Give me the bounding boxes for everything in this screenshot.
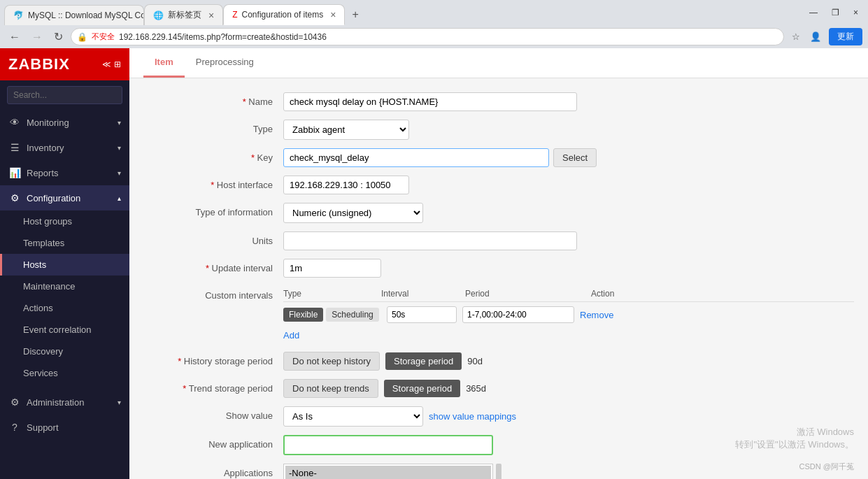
sidebar-item-maintenance[interactable]: Maintenance [0, 276, 129, 297]
sidebar-item-support[interactable]: ? Support [0, 415, 129, 440]
trend-storage-btn[interactable]: Storage period [384, 380, 460, 397]
trend-storage-control: Do not keep trends Storage period 365d [283, 379, 854, 398]
show-value-select[interactable]: As Is [283, 406, 423, 427]
config-label: Configuration [27, 193, 112, 203]
history-storage-value: 90d [467, 356, 483, 366]
sidebar-item-administration[interactable]: ⚙ Administration ▾ [0, 389, 129, 415]
update-interval-input[interactable] [283, 259, 381, 278]
key-control: Select [283, 148, 854, 167]
admin-icon: ⚙ [8, 396, 21, 408]
ci-type-flexible[interactable]: Flexible [283, 308, 323, 322]
sidebar-item-monitoring[interactable]: 👁 Monitoring ▾ [0, 110, 129, 135]
applications-control: -None- CPU Disk sda [283, 464, 854, 479]
newtab-label: 新标签页 [168, 9, 201, 21]
sidebar-item-reports[interactable]: 📊 Reports ▾ [0, 160, 129, 185]
new-application-input[interactable] [283, 435, 493, 455]
show-value-mappings-link[interactable]: show value mappings [429, 411, 516, 422]
history-storage-btn[interactable]: Storage period [385, 352, 462, 370]
support-icon: ? [8, 422, 21, 433]
support-label: Support [27, 422, 121, 433]
host-interface-row: Host interface 192.168.229.130 : 10050 [143, 176, 854, 194]
profile-button[interactable]: 👤 [806, 30, 825, 43]
restore-button[interactable]: ❐ [826, 5, 845, 20]
sidebar-item-configuration[interactable]: ⚙ Configuration ▴ [0, 185, 129, 210]
type-select[interactable]: Zabbix agent Zabbix agent (active) Simpl… [283, 120, 409, 140]
trend-storage-value: 365d [466, 383, 486, 394]
mysql-tab-icon: 🐬 [13, 10, 24, 20]
sidebar-search [0, 80, 129, 110]
ci-row-1: Flexible Scheduling Remove [283, 302, 854, 327]
tabs-bar: 🐬 MySQL :: Download MySQL Co... × 🌐 新标签页… [0, 0, 868, 25]
trend-storage-row-inner: Do not keep trends Storage period 365d [283, 379, 854, 398]
address-insecure-label: 不安全 [92, 31, 115, 42]
show-value-control: As Is show value mappings [283, 406, 854, 427]
minimize-button[interactable]: — [804, 5, 823, 20]
close-window-button[interactable]: × [848, 5, 864, 20]
host-interface-value: 192.168.229.130 : 10050 [283, 176, 409, 194]
tab-newtab[interactable]: 🌐 新标签页 × [144, 4, 223, 25]
newtab-close[interactable]: × [208, 10, 214, 21]
ci-period-header: Period [465, 289, 591, 299]
type-info-select[interactable]: Numeric (unsigned) Numeric (float) Chara… [283, 203, 423, 223]
units-control [283, 231, 854, 250]
config-icon: ⚙ [8, 192, 21, 203]
tab-mysql[interactable]: 🐬 MySQL :: Download MySQL Co... × [4, 5, 144, 25]
grid-icon[interactable]: ⊞ [114, 59, 121, 69]
sidebar-item-inventory[interactable]: ☰ Inventory ▾ [0, 135, 129, 160]
units-row: Units [143, 231, 854, 250]
ci-remove-link[interactable]: Remove [580, 310, 613, 320]
sidebar-item-templates[interactable]: Templates [0, 232, 129, 254]
insecure-icon: 🔒 [77, 32, 87, 42]
browser-chrome: 🐬 MySQL :: Download MySQL Co... × 🌐 新标签页… [0, 0, 868, 48]
ci-add-link[interactable]: Add [283, 330, 299, 341]
new-application-control [283, 435, 854, 455]
tab-config[interactable]: Z Configuration of items × [223, 4, 345, 25]
forward-button[interactable]: → [28, 29, 46, 45]
sidebar-item-services[interactable]: Services [0, 362, 129, 384]
ci-type-header: Type [283, 289, 381, 299]
main-content: Item Preprocessing Name Type Zabbix agen… [129, 48, 868, 479]
key-input[interactable] [283, 148, 549, 167]
tab-preprocessing[interactable]: Preprocessing [185, 48, 265, 78]
name-row: Name [143, 92, 854, 111]
type-info-label: Type of information [143, 203, 283, 217]
name-input[interactable] [283, 92, 577, 111]
new-tab-button[interactable]: + [345, 4, 365, 25]
back-button[interactable]: ← [6, 29, 24, 45]
reload-button[interactable]: ↻ [50, 29, 66, 45]
ci-period-input[interactable] [462, 306, 574, 323]
history-no-keep-button[interactable]: Do not keep history [283, 352, 380, 371]
ci-interval-input[interactable] [387, 306, 457, 323]
sidebar-item-event-correlation[interactable]: Event correlation [0, 319, 129, 341]
custom-intervals-control: Type Interval Period Action Flexible Sch… [283, 286, 854, 343]
type-info-control: Numeric (unsigned) Numeric (float) Chara… [283, 203, 854, 223]
trend-storage-label: Trend storage period [143, 379, 283, 394]
app-list-item-none[interactable]: -None- [285, 466, 491, 479]
type-label: Type [143, 120, 283, 134]
applications-scrollbar[interactable] [496, 464, 501, 479]
sidebar-logo: ZABBIX ≪ ⊞ [0, 48, 129, 80]
trend-no-keep-button[interactable]: Do not keep trends [283, 379, 378, 398]
key-row: Key Select [143, 148, 854, 167]
collapse-icon[interactable]: ≪ [102, 59, 111, 69]
mysql-tab-label: MySQL :: Download MySQL Co... [28, 10, 144, 20]
tab-item[interactable]: Item [143, 48, 185, 78]
sidebar-item-hosts[interactable]: Hosts [0, 254, 129, 276]
address-field[interactable]: 🔒 不安全 192.168.229.145/items.php?form=cre… [71, 28, 784, 45]
ci-type-scheduling[interactable]: Scheduling [326, 308, 378, 322]
sidebar-item-host-groups[interactable]: Host groups [0, 210, 129, 232]
star-button[interactable]: ☆ [788, 30, 804, 43]
trend-storage-row: Trend storage period Do not keep trends … [143, 379, 854, 398]
sidebar: ZABBIX ≪ ⊞ 👁 Monitoring ▾ ☰ Inventory ▾ … [0, 48, 129, 479]
units-input[interactable] [283, 231, 577, 250]
inventory-arrow: ▾ [118, 144, 121, 152]
content-tabs: Item Preprocessing [143, 48, 854, 78]
app: ZABBIX ≪ ⊞ 👁 Monitoring ▾ ☰ Inventory ▾ … [0, 48, 868, 479]
select-button[interactable]: Select [553, 148, 597, 167]
update-interval-control [283, 259, 854, 278]
search-input[interactable] [7, 86, 122, 104]
config-tab-close[interactable]: × [330, 9, 336, 20]
sidebar-item-actions[interactable]: Actions [0, 297, 129, 319]
sidebar-item-discovery[interactable]: Discovery [0, 341, 129, 362]
update-button[interactable]: 更新 [829, 28, 862, 45]
